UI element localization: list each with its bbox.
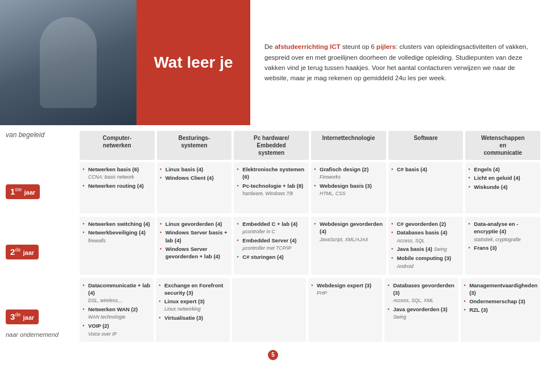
list-item: Ondernemerschap (3)	[464, 298, 537, 305]
footer: 5	[0, 345, 546, 365]
list-item: Linux basis (4)	[160, 166, 229, 173]
intro-highlight1: afstudeerrichting ICT	[275, 43, 341, 50]
cell-y1-netwerken: Netwerken basis (6)CCNA: basic network N…	[80, 162, 155, 213]
list-item: C# sturingen (4)	[237, 253, 306, 261]
left-sidebar: van begeleid 1ste jaar 2de jaar 3de jaar	[6, 131, 80, 345]
title-area: Wat leer je	[136, 0, 250, 125]
grid-row-year1: Netwerken basis (6)CCNA: basic network N…	[80, 162, 540, 213]
middle-section: van begeleid 1ste jaar 2de jaar 3de jaar	[0, 125, 546, 345]
top-section: Wat leer je De afstudeerrichting ICT ste…	[0, 0, 546, 125]
grid-row-year2: Netwerken switching (4) Netwerkbeveiligi…	[80, 217, 540, 275]
list-item: Datacommunicatie + lab (4)DSL, wireless,…	[82, 282, 151, 304]
list-item: Wiskunde (4)	[468, 183, 537, 191]
naar-ondernemend-label: naar ondernemend	[6, 331, 59, 338]
intro-paragraph: De afstudeerrichting ICT steunt op 6 pij…	[264, 42, 532, 84]
year-1-badge: 1ste jaar	[6, 184, 75, 199]
list-item: Engels (4)	[468, 166, 537, 173]
grid-header-row: Computer-netwerken Besturings-systemen P…	[80, 131, 540, 160]
header-computernetwerken: Computer-netwerken	[80, 131, 155, 160]
list-item: Frans (3)	[468, 244, 537, 251]
header-internettechnologie: Internettechnologie	[311, 131, 386, 160]
grid-row-year3: Datacommunicatie + lab (4)DSL, wireless,…	[80, 278, 540, 343]
cell-y1-wetenschappen: Engels (4) Licht en geluid (4) Wiskunde …	[465, 162, 540, 213]
list-item: Grafisch design (2)Fireworks	[314, 166, 383, 181]
list-item: Webdesign basis (3)HTML, CSS	[314, 182, 383, 197]
list-item: Virtualisatie (3)	[159, 314, 227, 321]
list-item: Windows Client (4)	[160, 174, 229, 181]
list-item: C# basis (4)	[391, 166, 461, 173]
list-item: Webdesign expert (3)PHP	[311, 282, 379, 297]
list-item: Exchange en Forefront security (3)	[159, 282, 227, 297]
page: Wat leer je De afstudeerrichting ICT ste…	[0, 0, 546, 365]
page-title: Wat leer je	[154, 53, 233, 72]
year-3-badge: 3de jaar	[6, 310, 75, 324]
list-item: Databases basis (4)Access, SQL	[391, 229, 461, 244]
cell-y1-besturings: Linux basis (4) Windows Client (4)	[157, 162, 232, 213]
cell-y1-software: C# basis (4)	[388, 162, 464, 213]
list-item: Embedded Server (4)µcontroller met TCP/I…	[237, 237, 306, 252]
cell-y2-hardware: Embedded C + lab (4)µcontroller in C Emb…	[234, 217, 309, 275]
list-item: Netwerkbeveiliging (4)firewalls	[82, 229, 152, 244]
header-besturingssystemen: Besturings-systemen	[157, 131, 232, 160]
header-wetenschappen: Wetenschappenencommunicatie	[465, 131, 540, 160]
cell-y2-wetenschappen: Data-analyse en -encryptie (4)statistiek…	[465, 217, 540, 275]
header-software: Software	[388, 131, 464, 160]
cell-y3-software: Databases gevorderden (3)Access, SQL, XM…	[384, 278, 458, 343]
list-item: Webdesign gevorderden (4)JavaScript, XML…	[314, 220, 383, 243]
cell-y2-internet: Webdesign gevorderden (4)JavaScript, XML…	[311, 217, 386, 275]
cell-y1-internet: Grafisch design (2)Fireworks Webdesign b…	[311, 162, 386, 213]
cell-y2-netwerken: Netwerken switching (4) Netwerkbeveiligi…	[80, 217, 155, 275]
list-item: Embedded C + lab (4)µcontroller in C	[237, 220, 306, 236]
list-item: Netwerken basis (6)CCNA: basic network	[82, 166, 152, 181]
cell-y2-software: C# gevorderden (2) Databases basis (4)Ac…	[388, 217, 464, 275]
cell-y1-hardware: Elektronische systemen (6) Pc-technologi…	[234, 162, 309, 213]
list-item: C# gevorderden (2)	[391, 220, 461, 228]
content-grid: Computer-netwerken Besturings-systemen P…	[80, 131, 540, 345]
list-item: Windows Server basis + lab (4)	[160, 229, 229, 244]
photo-area	[0, 0, 136, 125]
list-item: Linux expert (3)Linux networking	[159, 298, 227, 313]
year-2-badge: 2de jaar	[6, 245, 75, 259]
list-item: Windows Server gevorderden + lab (4)	[160, 245, 229, 261]
list-item: Linux gevorderden (4)	[160, 220, 229, 228]
list-item: Elektronische systemen (6)	[237, 166, 306, 181]
list-item: Java basis (4) Swing	[391, 245, 461, 253]
header-pchardware: Pc hardware/Embeddedsystemen	[234, 131, 309, 160]
list-item: Mobile computing (3)Android	[391, 254, 461, 270]
cell-y2-besturings: Linux gevorderden (4) Windows Server bas…	[157, 217, 232, 275]
cell-y3-wetenschappen: Managementvaardigheden (3) Ondernemersch…	[461, 278, 540, 343]
list-item: RZL (3)	[464, 306, 537, 313]
cell-y3-internet: Webdesign expert (3)PHP	[308, 278, 382, 343]
intro-highlight2: pijlers	[377, 43, 396, 50]
list-item: Managementvaardigheden (3)	[464, 282, 537, 297]
cell-y3-netwerken: Datacommunicatie + lab (4)DSL, wireless,…	[80, 278, 154, 343]
list-item: Pc-technologie + lab (8)hardware, Window…	[237, 182, 306, 197]
list-item: Netwerken routing (4)	[82, 182, 152, 189]
intro-area: De afstudeerrichting ICT steunt op 6 pij…	[250, 0, 546, 125]
van-begeleid-label: van begeleid	[6, 131, 44, 139]
list-item: Data-analyse en -encryptie (4)statistiek…	[468, 220, 537, 243]
cell-y3-hardware	[232, 278, 306, 343]
list-item: Licht en geluid (4)	[468, 174, 537, 181]
list-item: Databases gevorderden (3)Access, SQL, XM…	[387, 282, 456, 304]
page-number: 5	[268, 350, 278, 360]
list-item: Netwerken switching (4)	[82, 220, 152, 228]
list-item: VOIP (2)Voice over IP	[82, 322, 151, 337]
photo-placeholder	[0, 0, 136, 125]
list-item: Netwerken WAN (2)WAN technologie	[82, 306, 151, 321]
list-item: Java gevorderden (3)Swing	[387, 306, 456, 321]
cell-y3-besturings: Exchange en Forefront security (3) Linux…	[156, 278, 230, 343]
